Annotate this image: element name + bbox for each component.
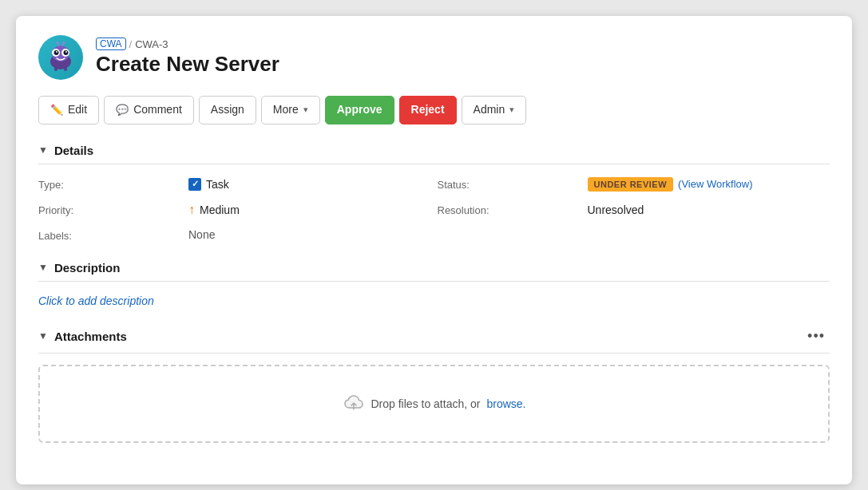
status-value: UNDER REVIEW (View Workflow) — [588, 177, 830, 192]
browse-link[interactable]: browse. — [486, 397, 525, 410]
description-toggle-icon: ▼ — [38, 262, 48, 273]
more-chevron-icon: ▾ — [303, 104, 308, 116]
attachments-header: ▼ Attachments ••• — [38, 326, 830, 354]
comment-button[interactable]: 💬 Comment — [104, 96, 194, 124]
view-workflow-link[interactable]: (View Workflow) — [678, 178, 752, 190]
resolution-label: Resolution: — [438, 203, 581, 217]
type-value: Task — [188, 177, 431, 192]
description-section-title: Description — [54, 261, 121, 275]
upload-icon — [343, 392, 365, 416]
edit-icon: ✏️ — [50, 103, 63, 117]
svg-rect-8 — [54, 67, 57, 71]
status-badge: UNDER REVIEW — [588, 177, 674, 192]
toolbar: ✏️ Edit 💬 Comment Assign More ▾ Approve … — [38, 96, 830, 124]
labels-value: None — [188, 228, 431, 242]
breadcrumb-project[interactable]: CWA — [96, 38, 126, 50]
breadcrumb-issue-id: CWA-3 — [135, 38, 168, 50]
comment-icon: 💬 — [116, 103, 129, 117]
project-avatar — [38, 35, 83, 80]
attachments-toggle-icon: ▼ — [38, 330, 48, 342]
svg-point-4 — [54, 50, 59, 55]
status-label: Status: — [438, 177, 581, 192]
details-grid: Type: Task Status: UNDER REVIEW (View Wo… — [38, 177, 830, 242]
description-section: ▼ Description Click to add description — [38, 261, 830, 307]
type-label: Type: — [38, 177, 182, 192]
approve-button[interactable]: Approve — [325, 96, 394, 124]
edit-button[interactable]: ✏️ Edit — [38, 96, 99, 124]
details-section-title: Details — [54, 144, 93, 157]
svg-rect-9 — [64, 67, 67, 71]
more-button[interactable]: More ▾ — [261, 96, 320, 124]
priority-up-icon: ↑ — [188, 203, 195, 217]
breadcrumb-separator: / — [129, 38, 133, 50]
reject-button[interactable]: Reject — [399, 96, 457, 124]
page-title: Create New Server — [96, 52, 279, 77]
drop-zone[interactable]: Drop files to attach, or browse. — [38, 365, 830, 443]
attachments-title-area[interactable]: ▼ Attachments — [38, 330, 127, 343]
attachments-more-options-button[interactable]: ••• — [803, 326, 830, 346]
svg-point-7 — [65, 51, 67, 53]
description-placeholder[interactable]: Click to add description — [38, 294, 830, 307]
svg-point-5 — [64, 50, 69, 55]
priority-value: ↑ Medium — [188, 203, 431, 217]
breadcrumb: CWA / CWA-3 — [96, 38, 279, 50]
resolution-value: Unresolved — [588, 203, 830, 217]
attachments-section: ▼ Attachments ••• Drop files to attach, … — [38, 326, 830, 443]
svg-point-6 — [56, 51, 57, 53]
details-toggle-icon: ▼ — [38, 144, 48, 156]
assign-button[interactable]: Assign — [199, 96, 256, 124]
admin-chevron-icon: ▾ — [509, 104, 514, 116]
svg-point-11 — [57, 41, 59, 44]
admin-button[interactable]: Admin ▾ — [462, 96, 527, 124]
labels-label: Labels: — [38, 228, 182, 242]
priority-label: Priority: — [38, 203, 182, 217]
description-section-header[interactable]: ▼ Description — [38, 261, 830, 282]
svg-point-13 — [63, 41, 65, 44]
details-section: ▼ Details Type: Task Status: UNDER REVIE… — [38, 144, 830, 242]
avatar-icon — [44, 41, 77, 74]
task-checkbox-icon — [188, 178, 201, 191]
details-section-header[interactable]: ▼ Details — [38, 144, 830, 164]
page-header: CWA / CWA-3 Create New Server — [38, 35, 830, 80]
attachments-section-title: Attachments — [54, 330, 127, 343]
drop-zone-text: Drop files to attach, or — [371, 397, 481, 410]
main-window: CWA / CWA-3 Create New Server ✏️ Edit 💬 … — [16, 16, 852, 484]
header-text: CWA / CWA-3 Create New Server — [96, 38, 279, 77]
